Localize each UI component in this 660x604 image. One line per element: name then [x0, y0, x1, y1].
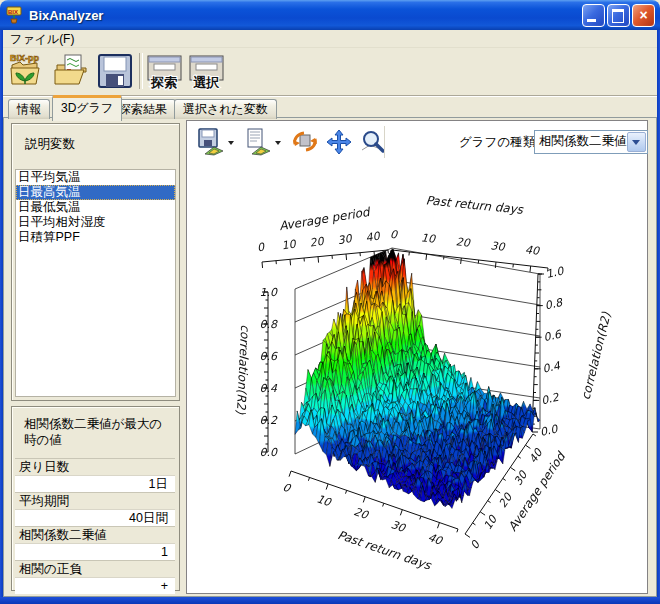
- svg-text:選択: 選択: [193, 75, 220, 90]
- svg-text:BIX: BIX: [8, 9, 18, 15]
- tab-3d-graph[interactable]: 3Dグラフ: [52, 95, 122, 121]
- window-title: BixAnalyzer: [29, 8, 103, 23]
- minimize-icon: [587, 19, 596, 22]
- graph-toolbar-separator: [384, 126, 388, 158]
- variable-list[interactable]: 日平均気温 日最高気温 日最低気温 日平均相対湿度 日積算PPF: [15, 169, 176, 397]
- tab-selected-variables[interactable]: 選択された変数: [174, 99, 277, 119]
- explanatory-variables-title: 説明変数: [12, 124, 179, 153]
- field-label-return-days: 戻り日数: [15, 458, 175, 475]
- select-window-icon: 選択: [187, 51, 227, 91]
- graph-save-icon: [197, 128, 225, 156]
- field-label-average-period: 平均期間: [15, 492, 175, 509]
- bixpp-home-button[interactable]: BIX-pp: [9, 51, 49, 91]
- select-window-button[interactable]: 選択: [187, 51, 227, 91]
- surface-plot-canvas[interactable]: [187, 163, 645, 591]
- search-window-button[interactable]: 探索: [145, 51, 185, 91]
- field-label-r2: 相関係数二乗値: [15, 526, 175, 543]
- tab-info[interactable]: 情報: [8, 99, 50, 119]
- graph-panel: グラフの種類 : 相関係数二乗値: [186, 120, 648, 594]
- combo-dropdown-button[interactable]: [627, 132, 646, 152]
- close-button[interactable]: ×: [632, 4, 655, 27]
- list-item-var-0[interactable]: 日平均気温: [16, 170, 175, 185]
- save-icon: [96, 52, 134, 90]
- graph-type-combobox[interactable]: 相関係数二乗値: [534, 130, 648, 154]
- menu-bar: ファイル(F): [3, 30, 657, 48]
- list-item-var-1[interactable]: 日最高気温: [16, 185, 175, 200]
- open-file-button[interactable]: [53, 51, 93, 91]
- zoom-magnifier-icon: [359, 128, 387, 156]
- rotate-3d-icon: [291, 128, 319, 156]
- toolbar-separator: [139, 53, 143, 89]
- minimize-button[interactable]: [582, 4, 605, 27]
- zoom-graph-button[interactable]: [359, 128, 387, 156]
- copy-graph-button[interactable]: [244, 128, 272, 156]
- save-graph-button[interactable]: [197, 128, 225, 156]
- chevron-down-icon: [632, 140, 640, 145]
- field-value-correlation-sign: +: [15, 577, 175, 594]
- field-label-correlation-sign: 相関の正負: [15, 560, 175, 577]
- rotate-graph-button[interactable]: [291, 128, 319, 156]
- max-r2-panel-title: 相関係数二乗値が最大の時の値: [12, 407, 179, 452]
- maximize-icon: [612, 9, 624, 23]
- graph-copy-icon: [244, 128, 272, 156]
- close-icon: ×: [633, 6, 654, 24]
- pan-move-icon: [325, 128, 353, 156]
- save-graph-dropdown-icon[interactable]: [228, 141, 234, 145]
- field-value-average-period: 40日間: [15, 509, 175, 526]
- svg-text:探索: 探索: [150, 75, 177, 90]
- maximize-button[interactable]: [607, 4, 630, 27]
- title-bar[interactable]: BIX BixAnalyzer ×: [0, 0, 660, 30]
- max-r2-panel: 相関係数二乗値が最大の時の値 戻り日数 1日 平均期間 40日間 相関係数二乗値…: [11, 406, 180, 591]
- list-item-var-3[interactable]: 日平均相対湿度: [16, 215, 175, 230]
- menu-file[interactable]: ファイル(F): [3, 30, 81, 49]
- window-border-bottom: [0, 597, 660, 604]
- pan-graph-button[interactable]: [325, 128, 353, 156]
- application-window: BIX BixAnalyzer × ファイル(F) BIX-pp: [0, 0, 660, 604]
- explanatory-variables-panel: 説明変数 日平均気温 日最高気温 日最低気温 日平均相対湿度 日積算PPF: [11, 123, 180, 401]
- list-item-var-2[interactable]: 日最低気温: [16, 200, 175, 215]
- search-window-icon: 探索: [145, 51, 185, 91]
- list-item-var-4[interactable]: 日積算PPF: [16, 230, 175, 245]
- copy-graph-dropdown-icon[interactable]: [275, 141, 281, 145]
- svg-text:BIX-pp: BIX-pp: [10, 53, 39, 63]
- graph-type-label: グラフの種類 :: [459, 134, 542, 151]
- app-logo-icon: BIX: [6, 6, 24, 24]
- open-file-icon: [53, 51, 93, 91]
- main-toolbar: BIX-pp: [3, 48, 657, 96]
- field-value-return-days: 1日: [15, 475, 175, 492]
- bixpp-folder-icon: BIX-pp: [9, 51, 49, 91]
- save-button[interactable]: [95, 51, 135, 91]
- field-value-r2: 1: [15, 543, 175, 560]
- graph-type-value: 相関係数二乗値: [539, 134, 627, 148]
